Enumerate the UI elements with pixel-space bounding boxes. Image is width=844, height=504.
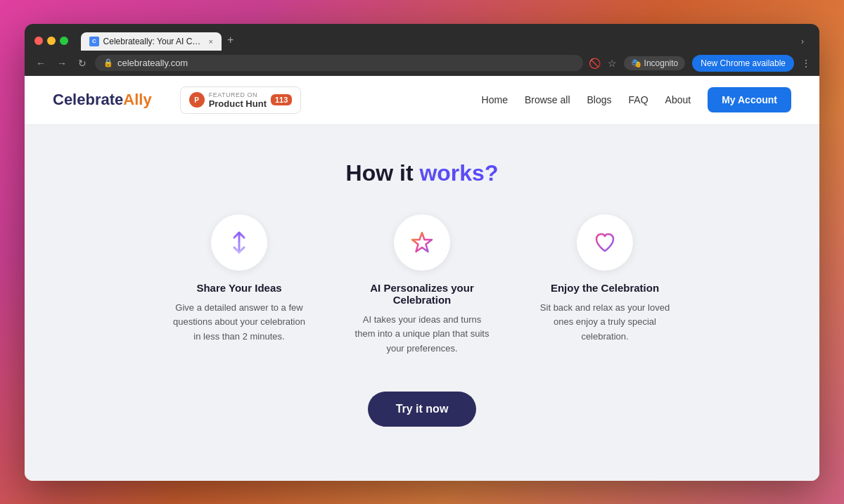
incognito-label: Incognito	[644, 58, 679, 68]
share-icon-circle	[211, 214, 267, 271]
new-tab-button[interactable]: +	[222, 31, 239, 49]
share-title: Share Your Ideas	[196, 282, 281, 294]
chrome-menu-icon[interactable]: ⋮	[801, 58, 811, 69]
title-highlight: works?	[419, 160, 498, 186]
refresh-button[interactable]: ↻	[75, 56, 89, 70]
forward-button[interactable]: →	[54, 56, 70, 70]
site-main: How it works?	[25, 125, 819, 481]
product-hunt-text: FEATURED ON Product Hunt	[209, 91, 267, 109]
ai-icon-circle	[394, 214, 450, 271]
ai-icon	[409, 230, 435, 255]
nav-blogs[interactable]: Blogs	[587, 94, 612, 105]
features-grid: Share Your Ideas Give a detailed answer …	[67, 214, 777, 356]
site-nav: Home Browse all Blogs FAQ About My Accou…	[482, 87, 791, 112]
logo-ally: Ally	[123, 91, 151, 108]
feature-ai: AI Personalizes your Celebration AI take…	[352, 214, 492, 356]
tab-title: Celebrateally: Your AI Celebr...	[103, 37, 202, 46]
get-started-section: Get started	[25, 455, 819, 481]
active-tab[interactable]: C Celebrateally: Your AI Celebr... ×	[81, 32, 222, 51]
incognito-badge: 🎭 Incognito	[624, 56, 686, 70]
ai-title: AI Personalizes your Celebration	[352, 282, 492, 306]
minimize-traffic-light[interactable]	[47, 37, 56, 45]
feature-enjoy: Enjoy the Celebration Sit back and relax…	[535, 214, 675, 356]
tab-close-icon[interactable]: ×	[209, 37, 213, 46]
tab-overflow-icon: ›	[795, 34, 810, 49]
share-desc: Give a detailed answer to a few question…	[169, 301, 309, 344]
product-hunt-count: 113	[271, 94, 292, 105]
website: CelebrateAlly P FEATURED ON Product Hunt…	[25, 76, 819, 481]
new-chrome-button[interactable]: New Chrome available	[692, 55, 794, 72]
enjoy-icon-circle	[577, 214, 633, 271]
product-hunt-icon: P	[189, 92, 205, 108]
enjoy-title: Enjoy the Celebration	[551, 282, 659, 294]
try-it-now-button[interactable]: Try it now	[368, 392, 477, 427]
ai-desc: AI takes your ideas and turns them into …	[352, 313, 492, 356]
tab-bar: C Celebrateally: Your AI Celebr... × + ›	[81, 31, 810, 51]
close-traffic-light[interactable]	[34, 37, 43, 45]
address-text: celebrateally.com	[117, 58, 188, 68]
share-icon	[226, 230, 252, 255]
enjoy-desc: Sit back and relax as your loved ones en…	[535, 301, 675, 344]
eye-off-icon[interactable]: 🚫	[589, 58, 601, 69]
nav-about[interactable]: About	[665, 94, 691, 105]
browser-window: C Celebrateally: Your AI Celebr... × + ›…	[25, 24, 819, 481]
lock-icon: 🔒	[103, 58, 113, 67]
nav-right-controls: 🚫 ☆ 🎭 Incognito New Chrome available ⋮	[589, 55, 811, 72]
product-hunt-badge[interactable]: P FEATURED ON Product Hunt 113	[180, 86, 302, 114]
title-bar: C Celebrateally: Your AI Celebr... × + ›	[25, 24, 819, 51]
traffic-lights	[34, 37, 68, 45]
logo: CelebrateAlly	[53, 91, 152, 109]
browser-chrome: C Celebrateally: Your AI Celebr... × + ›…	[25, 24, 819, 76]
enjoy-icon	[592, 230, 618, 255]
title-prefix: How it	[346, 160, 420, 186]
feature-share: Share Your Ideas Give a detailed answer …	[169, 214, 309, 356]
my-account-button[interactable]: My Account	[708, 87, 791, 112]
nav-faq[interactable]: FAQ	[629, 94, 648, 105]
back-button[interactable]: ←	[33, 56, 49, 70]
how-it-works-section: How it works?	[25, 125, 819, 455]
product-hunt-name: Product Hunt	[209, 98, 267, 109]
logo-celebrate: Celebrate	[53, 91, 123, 108]
bookmark-icon[interactable]: ☆	[608, 58, 617, 69]
site-header: CelebrateAlly P FEATURED ON Product Hunt…	[25, 76, 819, 125]
nav-home[interactable]: Home	[482, 94, 508, 105]
how-it-works-title: How it works?	[67, 160, 777, 186]
nav-bar: ← → ↻ 🔒 celebrateally.com 🚫 ☆ 🎭 Incognit…	[25, 51, 819, 76]
product-hunt-featured-label: FEATURED ON	[209, 91, 267, 98]
incognito-icon: 🎭	[631, 58, 641, 68]
address-bar[interactable]: 🔒 celebrateally.com	[95, 55, 583, 71]
tab-favicon: C	[89, 37, 99, 46]
nav-browse[interactable]: Browse all	[525, 94, 570, 105]
maximize-traffic-light[interactable]	[60, 37, 68, 45]
